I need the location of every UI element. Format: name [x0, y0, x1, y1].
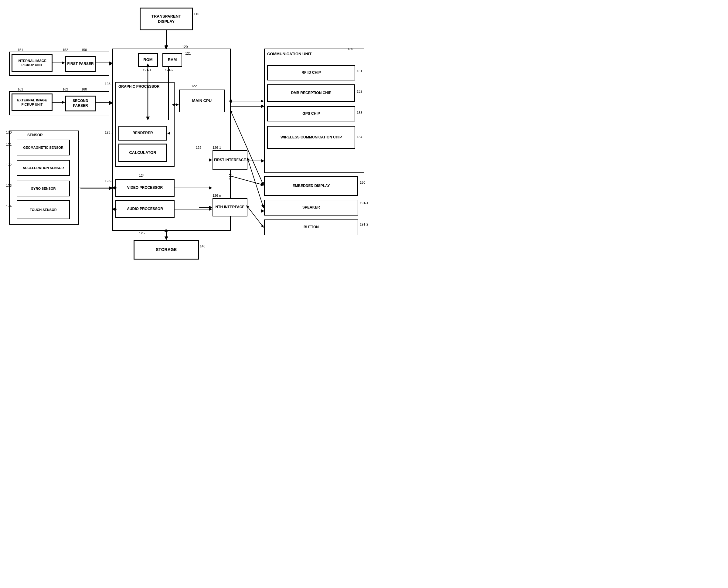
geomagnetic-sensor-box: GEOMAGNETIC SENSOR — [17, 140, 70, 155]
sensor-title: SENSOR — [27, 133, 43, 137]
svg-line-21 — [231, 176, 264, 185]
main-cpu-box: MAIN CPU — [179, 89, 225, 112]
external-image-pickup-box: EXTERNAL IMAGE PICKUP UNIT — [12, 93, 53, 111]
acceleration-sensor-label: ACCELERATION SENSOR — [22, 166, 64, 170]
ref-151: 151 — [18, 48, 23, 51]
ref-121-2: 121-2 — [165, 68, 173, 72]
calculator-label: CALCULATOR — [129, 150, 156, 155]
svg-line-42 — [231, 112, 264, 185]
internal-image-pickup-label: INTERNAL IMAGE PICKUP UNIT — [13, 59, 51, 67]
ref-161: 161 — [18, 87, 23, 91]
ref-173: 173 — [6, 184, 12, 187]
button-label: BUTTON — [304, 225, 319, 230]
gps-chip-label: GPS CHIP — [303, 111, 320, 116]
ref-133: 133 — [357, 111, 362, 114]
wireless-comm-chip-box: WIRELESS COMMUNICATION CHIP — [267, 126, 355, 149]
embedded-display-label: EMBEDDED DISPLAY — [293, 184, 330, 189]
transparent-display-label: TRANSPARENT DISPLAY — [151, 14, 181, 24]
geomagnetic-sensor-label: GEOMAGNETIC SENSOR — [23, 145, 63, 150]
ram-box: RAM — [162, 53, 182, 67]
first-interface-label: FIRST INTERFACE — [214, 158, 246, 163]
first-parser-box: FIRST PARSER — [65, 56, 96, 72]
ref-150: 150 — [81, 48, 87, 51]
second-parser-label: SECOND PARSER — [66, 99, 95, 108]
ref-123-1: 123-1 — [105, 130, 113, 134]
ref-140: 140 — [200, 244, 205, 248]
ref-126-n: 126-n — [212, 194, 221, 197]
touch-sensor-label: TOUCH SENSOR — [30, 208, 57, 212]
calculator-box: CALCULATOR — [119, 144, 167, 162]
ref-124: 124 — [139, 174, 145, 177]
ref-130: 130 — [348, 47, 353, 51]
ref-121: 121 — [185, 51, 191, 55]
first-interface-box: FIRST INTERFACE — [212, 150, 247, 170]
rf-id-chip-label: RF ID CHIP — [301, 70, 320, 75]
first-parser-label: FIRST PARSER — [67, 62, 93, 66]
speaker-label: SPEAKER — [303, 205, 320, 210]
ref-129: 129 — [196, 146, 201, 149]
rom-label: ROM — [143, 57, 152, 63]
diagram: TRANSPARENT DISPLAY 110 120 ROM RAM 121 … — [0, 0, 376, 294]
audio-processor-box: AUDIO PROCESSOR — [116, 201, 174, 218]
ref-126-1: 126-1 — [212, 146, 221, 149]
touch-sensor-box: TOUCH SENSOR — [17, 201, 70, 219]
ref-132: 132 — [357, 89, 362, 93]
nth-interface-label: NTH INTERFACE — [215, 205, 245, 210]
ref-160: 160 — [81, 87, 87, 91]
second-parser-box: SECOND PARSER — [65, 96, 96, 111]
ram-label: RAM — [168, 57, 177, 63]
ref-131: 131 — [357, 69, 362, 73]
embedded-display-box: EMBEDDED DISPLAY — [264, 176, 358, 196]
main-cpu-label: MAIN CPU — [192, 98, 212, 104]
ref-122: 122 — [191, 84, 197, 88]
ref-123-2: 123-2 — [105, 179, 113, 183]
renderer-label: RENDERER — [132, 131, 153, 136]
internal-image-pickup-box: INTERNAL IMAGE PICKUP UNIT — [12, 54, 53, 72]
storage-label: STORAGE — [156, 247, 177, 252]
renderer-box: RENDERER — [119, 126, 167, 141]
rf-id-chip-box: RF ID CHIP — [267, 65, 355, 81]
video-processor-label: VIDEO PROCESSOR — [127, 186, 163, 190]
ref-120: 120 — [182, 45, 188, 48]
ref-121-1: 121-1 — [143, 68, 151, 72]
speaker-box: SPEAKER — [264, 200, 358, 215]
ref-172: 172 — [6, 163, 12, 167]
external-image-pickup-label: EXTERNAL IMAGE PICKUP UNIT — [13, 98, 51, 107]
dots: ⋮ — [226, 173, 232, 180]
ref-134: 134 — [357, 135, 362, 139]
ref-110: 110 — [194, 12, 199, 16]
ref-125: 125 — [139, 231, 145, 235]
ref-180: 180 — [360, 181, 365, 184]
ref-170: 170 — [6, 130, 12, 134]
dmb-reception-chip-label: DMB RECEPTION CHIP — [291, 91, 332, 96]
dmb-reception-chip-box: DMB RECEPTION CHIP — [267, 84, 355, 102]
svg-line-40 — [248, 160, 264, 208]
video-processor-box: VIDEO PROCESSOR — [116, 179, 174, 197]
ref-152: 152 — [63, 48, 68, 51]
ref-162: 162 — [63, 87, 68, 91]
nth-interface-box: NTH INTERFACE — [212, 198, 247, 216]
gps-chip-box: GPS CHIP — [267, 106, 355, 121]
ref-174: 174 — [6, 204, 12, 208]
svg-line-41 — [248, 207, 264, 227]
wireless-comm-chip-label: WIRELESS COMMUNICATION CHIP — [280, 135, 342, 140]
transparent-display-box: TRANSPARENT DISPLAY — [140, 7, 193, 30]
ref-191-1: 191-1 — [360, 201, 368, 205]
communication-unit-label: COMMUNICATION UNIT — [267, 51, 311, 57]
ref-171: 171 — [6, 143, 12, 146]
storage-box: STORAGE — [133, 240, 199, 259]
rom-box: ROM — [138, 53, 158, 67]
ref-191-2: 191-2 — [360, 223, 368, 226]
graphic-processor-label: GRAPHIC PROCESSOR — [119, 84, 159, 89]
ref-123: 123-1 — [105, 82, 113, 86]
gyro-sensor-box: GYRO SENSOR — [17, 181, 70, 196]
acceleration-sensor-box: ACCELERATION SENSOR — [17, 160, 70, 176]
gyro-sensor-label: GYRO SENSOR — [31, 186, 56, 191]
button-box: BUTTON — [264, 219, 358, 235]
audio-processor-label: AUDIO PROCESSOR — [127, 207, 163, 212]
